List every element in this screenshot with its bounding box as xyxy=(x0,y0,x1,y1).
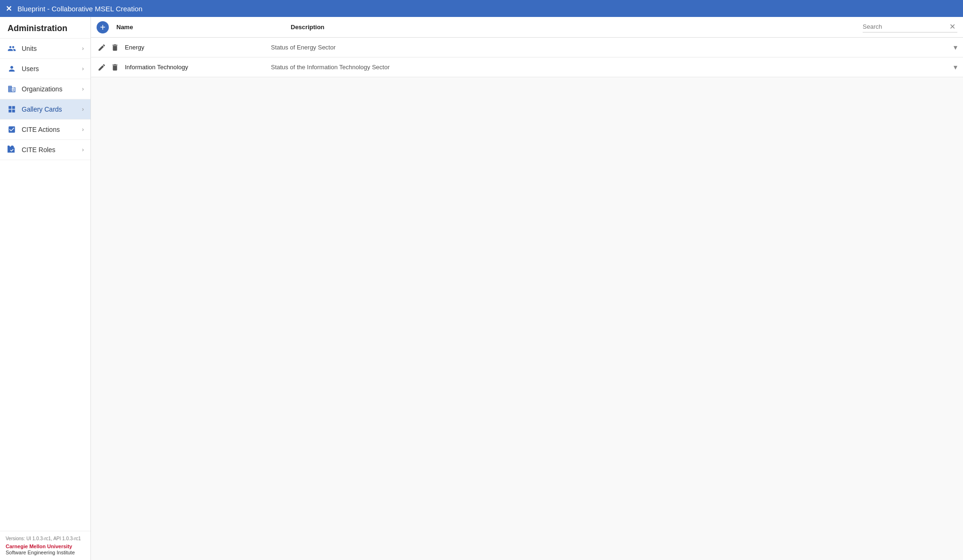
row-name: Information Technology xyxy=(125,64,271,71)
people-icon xyxy=(7,44,17,53)
trash-icon xyxy=(111,63,119,72)
checklist-icon xyxy=(7,125,17,134)
delete-button[interactable] xyxy=(110,42,120,53)
row-description: Status of the Information Technology Sec… xyxy=(271,64,954,71)
sidebar-item-cite-actions[interactable]: CITE Actions › xyxy=(0,120,90,140)
chevron-right-icon-units: › xyxy=(82,45,84,52)
sidebar-item-users-label: Users xyxy=(22,65,82,73)
sidebar-item-units[interactable]: Units › xyxy=(0,39,90,59)
sidebar-item-organizations[interactable]: Organizations › xyxy=(0,79,90,99)
row-name: Energy xyxy=(125,44,271,51)
main-layout: Administration Units › Users › Organizat… xyxy=(0,17,963,560)
expand-button[interactable]: ▾ xyxy=(954,43,957,52)
search-input[interactable] xyxy=(863,23,947,30)
edit-button[interactable] xyxy=(97,62,107,73)
grid-icon xyxy=(7,105,17,114)
row-actions xyxy=(97,42,125,53)
delete-button[interactable] xyxy=(110,62,120,73)
topbar-logo: ✕ xyxy=(6,4,12,13)
edit-button[interactable] xyxy=(97,42,107,53)
table-row: Energy Status of Energy Sector ▾ xyxy=(91,38,963,57)
sidebar-item-cite-roles[interactable]: CITE Roles › xyxy=(0,140,90,160)
sidebar-item-units-label: Units xyxy=(22,45,82,52)
chevron-right-icon-users: › xyxy=(82,65,84,72)
topbar-title: Blueprint - Collaborative MSEL Creation xyxy=(17,5,142,13)
person-icon xyxy=(7,65,17,73)
add-button[interactable]: + xyxy=(97,21,109,33)
edit-icon xyxy=(98,43,106,52)
expand-button[interactable]: ▾ xyxy=(954,63,957,72)
chevron-right-icon-orgs: › xyxy=(82,86,84,92)
column-header-name: Name xyxy=(116,24,291,31)
building-icon xyxy=(7,85,17,93)
cmu-name: Carnegie Mellon University xyxy=(6,543,85,550)
sei-name: Software Engineering Institute xyxy=(6,550,85,555)
sidebar-item-gallery-cards-label: Gallery Cards xyxy=(22,106,82,113)
close-icon: ✕ xyxy=(949,22,955,31)
row-actions xyxy=(97,62,125,73)
search-clear-button[interactable]: ✕ xyxy=(947,22,957,31)
search-container: ✕ xyxy=(863,22,957,32)
sidebar-item-organizations-label: Organizations xyxy=(22,85,82,93)
edit-icon xyxy=(98,63,106,72)
sidebar: Administration Units › Users › Organizat… xyxy=(0,17,91,560)
table-row: Information Technology Status of the Inf… xyxy=(91,57,963,77)
table-header-bar: + Name Description ✕ xyxy=(91,17,963,38)
chevron-right-icon-cite-roles: › xyxy=(82,146,84,153)
badge-icon xyxy=(7,146,17,154)
topbar: ✕ Blueprint - Collaborative MSEL Creatio… xyxy=(0,0,963,17)
sidebar-item-gallery-cards[interactable]: Gallery Cards › xyxy=(0,99,90,120)
sidebar-item-cite-actions-label: CITE Actions xyxy=(22,126,82,133)
sidebar-header: Administration xyxy=(0,17,90,39)
plus-icon: + xyxy=(100,23,106,32)
table-body: Energy Status of Energy Sector ▾ Informa… xyxy=(91,38,963,560)
sidebar-footer: Versions: UI 1.0.3-rc1, API 1.0.3-rc1 Ca… xyxy=(0,531,90,560)
chevron-down-icon: ▾ xyxy=(954,43,957,52)
column-header-description: Description xyxy=(291,24,863,31)
sidebar-item-users[interactable]: Users › xyxy=(0,59,90,79)
sidebar-item-cite-roles-label: CITE Roles xyxy=(22,146,82,154)
version-text: Versions: UI 1.0.3-rc1, API 1.0.3-rc1 xyxy=(6,536,85,541)
chevron-right-icon-gallery: › xyxy=(82,106,84,113)
trash-icon xyxy=(111,43,119,52)
chevron-down-icon: ▾ xyxy=(954,63,957,72)
content-area: + Name Description ✕ xyxy=(91,17,963,560)
chevron-right-icon-cite-actions: › xyxy=(82,126,84,133)
row-description: Status of Energy Sector xyxy=(271,44,954,51)
